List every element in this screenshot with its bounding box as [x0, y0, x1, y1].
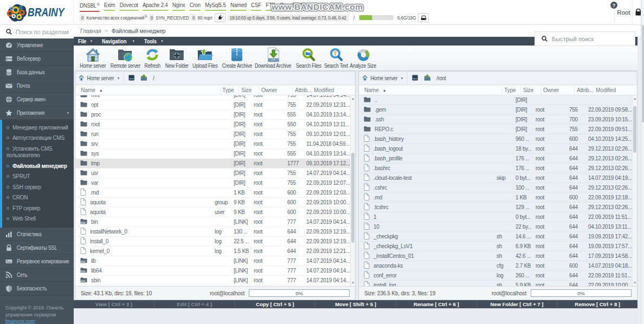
file-row[interactable]: .tcshrc129 ...root64429.12.2013 02:26... [359, 203, 632, 212]
sidebar-subitem[interactable]: SPRUT [2, 172, 74, 183]
column-header-type[interactable]: Type [220, 85, 239, 95]
menu-navigation[interactable]: Navigation▼ [98, 37, 140, 46]
disk-details-button[interactable] [418, 13, 429, 22]
file-row[interactable]: kernel_0log1.5 KBroot64422.09.2019 12:21… [75, 247, 350, 256]
file-row[interactable]: .cloud-locale-testskip0 byt...root64414.… [359, 173, 632, 183]
server-selector[interactable]: Home server [87, 75, 114, 81]
file-row[interactable]: lib64[LINK]root77714.07.2019 04:14... [75, 266, 350, 276]
action-copy[interactable]: Copy [ Ctrl + 5 ] [234, 300, 315, 308]
action-remove[interactable]: Remove [ Ctrl + 8 ] [557, 300, 637, 308]
sidebar-search[interactable]: Поиск по разделам [0, 25, 74, 38]
brainy-logo[interactable]: BRAINY [0, 0, 74, 24]
browser-scrollbar[interactable] [641, 0, 644, 324]
scroll-up-icon[interactable]: ▲ [351, 96, 355, 101]
file-row[interactable]: .cshrc100 ...root64429.12.2013 02:26... [359, 183, 632, 193]
sidebar-item-2[interactable]: База данных [0, 66, 74, 79]
sidebar-item-7[interactable]: Сертификаты SSL [0, 241, 74, 255]
file-row[interactable]: .ssh[DIR]root70023.09.2019 10:15... [359, 115, 632, 125]
panel-scrollbar[interactable]: ▲▼ [350, 95, 355, 286]
file-row[interactable]: var[DIR]root75522.09.2019 12:07... [75, 178, 350, 188]
sidebar-item-6[interactable]: Статистика [0, 228, 74, 241]
user-menu[interactable]: Root [615, 0, 633, 24]
toolbar-analyze-size[interactable]: Analyze Size [347, 46, 379, 70]
browser-scrollbar-thumb[interactable] [642, 25, 644, 122]
file-row[interactable]: REPO.c[DIR]root75522.09.2019 09:51... [359, 125, 632, 134]
file-row[interactable]: aquotauser9 KBroot60022.09.2019 10:00... [75, 208, 350, 217]
column-header-modified[interactable]: Modified [311, 85, 355, 95]
file-row[interactable]: 10 byt...root64422.09.2019 11:51... [359, 212, 632, 222]
service-link-exim[interactable]: Exim [104, 2, 115, 11]
sidebar-subitem[interactable]: Web Shell [2, 214, 74, 225]
sidebar-subitem[interactable]: Менеджер приложений [2, 122, 74, 133]
file-row[interactable]: lib[LINK]root77714.07.2019 04:14... [75, 256, 350, 266]
column-header-owner[interactable]: Owner [540, 85, 574, 95]
file-row[interactable]: install_0log22.5 ...root64422.09.2019 12… [75, 237, 350, 247]
file-row[interactable]: install_logsh5.9 KBroot64422.09.2019 10:… [359, 281, 632, 286]
file-row[interactable]: opt[DIR]root75522.09.2019 12:31... [75, 100, 350, 110]
service-link-dovecot[interactable]: Dovecot [120, 2, 138, 11]
menu-tools[interactable]: Tools▼ [140, 37, 168, 46]
column-header-attrib[interactable]: Attrib... [574, 85, 593, 95]
file-row[interactable]: 1022 by...root64404.10.2019 13:11... [359, 222, 632, 232]
toolbar-search-files[interactable]: Search Files [292, 46, 325, 70]
action-new[interactable]: New Folder [ Ctrl + 7 ] [476, 300, 557, 308]
column-header-size[interactable]: Size [239, 85, 259, 95]
file-row[interactable]: .rnd1 KBroot60022.09.2019 12:03... [75, 188, 350, 198]
service-link-csf[interactable]: CSF [251, 2, 261, 11]
sidebar-item-1[interactable]: Вебсервер [0, 52, 74, 66]
file-row[interactable]: usr[DIR]root75514.07.2019 04:14... [75, 169, 350, 178]
service-link-named[interactable]: Named [230, 2, 247, 11]
toolbar-search-text[interactable]: TSearch Text [325, 46, 347, 70]
service-link-opendkim[interactable]: OpenDKIM [280, 2, 305, 11]
file-row[interactable]: installNetwork_0log130 ...root64422.09.2… [75, 227, 350, 237]
breadcrumb-home[interactable]: Главная [80, 28, 101, 34]
toolbar-home-server[interactable]: Home server [77, 46, 108, 70]
column-header-owner[interactable]: Owner [259, 85, 292, 95]
action-edit[interactable]: Edit [ Ctrl + 4 ] [154, 300, 235, 308]
scrollbar-thumb[interactable] [633, 106, 636, 153]
file-row[interactable]: .bash_history960 ...root60004.10.2019 14… [359, 134, 632, 144]
column-header-type[interactable]: Type [501, 85, 520, 95]
brainycp-link[interactable]: brainycp.com [5, 318, 35, 324]
file-row[interactable]: aquotagroup9 KBroot60022.09.2019 10:00..… [75, 198, 350, 208]
current-path[interactable]: /root [436, 75, 446, 81]
file-row[interactable]: .bash_profile176 ...root64429.12.2013 02… [359, 154, 632, 164]
file-row[interactable]: .bash_logout18 by...root64429.12.2013 02… [359, 144, 632, 154]
sidebar-item-3[interactable]: Почта [0, 79, 74, 93]
file-row[interactable]: _installCentos_01sh42.6 ...root64417.09.… [359, 251, 632, 261]
toolbar-refresh[interactable]: Refresh [142, 46, 163, 70]
file-row[interactable]: .bashrc176 ...root64429.12.2013 02:26... [359, 164, 632, 173]
toolbar-upload-files[interactable]: Upload Files [191, 46, 219, 70]
file-row[interactable]: conf_errorlog260 ...root64422.09.2019 11… [359, 271, 632, 281]
file-row[interactable]: mnt[DIR]root75514.07.2019 04:14... [75, 95, 350, 100]
file-row[interactable]: srv[DIR]root75511.04.2018 04:59... [75, 139, 350, 149]
sidebar-item-5[interactable]: Приложения▾ [0, 106, 74, 120]
service-link-apache-2-4[interactable]: Apache 2.4 [143, 2, 168, 11]
sidebar-subitem-active[interactable]: Файловый менеджер [2, 161, 74, 172]
file-row[interactable]: bin[LINK]root77714.07.2019 04:14... [75, 217, 350, 227]
file-row[interactable]: root[DIR]root55004.10.2019 13:11... [75, 120, 350, 129]
sidebar-item-0[interactable]: Управление [0, 38, 74, 52]
file-row[interactable]: _checkpkgsh14.6 ...root64419.09.2019 17:… [359, 232, 632, 242]
action-move[interactable]: Move [ Shift + 5 ] [315, 300, 396, 308]
server-selector[interactable]: Home server [370, 75, 397, 81]
action-view[interactable]: View [ Ctrl + 3 ] [74, 300, 154, 308]
scrollbar-thumb[interactable] [351, 153, 355, 243]
sidebar-item-8[interactable]: Резервное копирование [0, 255, 74, 268]
file-row[interactable]: _checkpkg_LsV1sh6.9 KBroot64419.09.2019 … [359, 242, 632, 251]
folder-up-icon[interactable] [140, 74, 147, 82]
toolbar-download-archive[interactable]: ZIPDownload Archive [255, 46, 292, 70]
toolbar-remote-server[interactable]: Remote server [108, 46, 142, 70]
sidebar-item-10[interactable]: Безопасность [0, 282, 74, 295]
service-link-ftp[interactable]: FTP [266, 2, 275, 11]
column-header-name[interactable]: Name▲ [359, 85, 501, 95]
sidebar-item-9[interactable]: Сеть [0, 268, 74, 282]
current-path[interactable]: / [153, 75, 154, 81]
file-row[interactable]: tmp[DIR]root177709.10.2019 17:12... [75, 159, 350, 169]
sidebar-subitem[interactable]: CRON [2, 193, 74, 204]
file-row[interactable]: sbin[LINK]root77714.07.2019 04:14... [75, 276, 350, 286]
scroll-down-icon[interactable]: ▼ [351, 280, 355, 286]
folder-up-icon[interactable] [424, 74, 430, 82]
quick-search[interactable]: Быстрый поиск [534, 31, 635, 46]
file-row[interactable]: anaconda-kscfg2.7 KBroot60014.07.2019 04… [359, 261, 632, 271]
